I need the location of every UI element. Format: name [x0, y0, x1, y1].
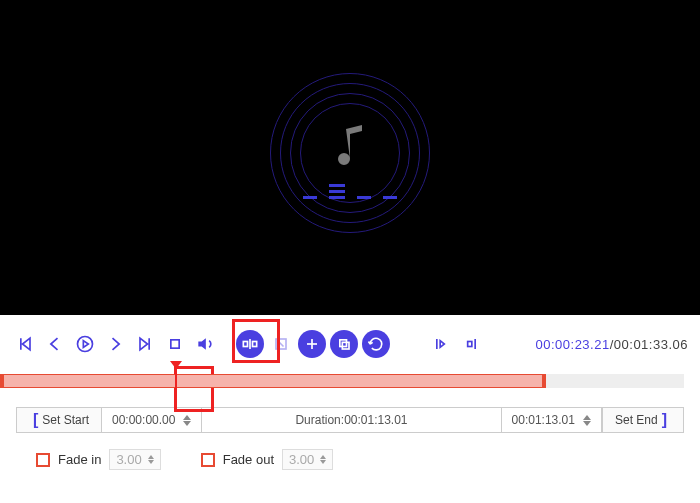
- end-time-field[interactable]: 00:01:13.01: [502, 408, 602, 432]
- copy-segment-button[interactable]: [330, 330, 358, 358]
- duration-field: Duration:00:01:13.01: [202, 408, 501, 432]
- transport-controls: 00:00:23.21/00:01:33.06: [0, 315, 700, 369]
- svg-line-6: [279, 342, 284, 347]
- svg-rect-2: [243, 342, 247, 347]
- start-time-spinner[interactable]: [183, 415, 191, 426]
- goto-start-button[interactable]: [12, 331, 38, 357]
- stop-button[interactable]: [162, 331, 188, 357]
- start-time-field[interactable]: 00:00:00.00: [102, 408, 202, 432]
- fade-out-checkbox[interactable]: [201, 453, 215, 467]
- timeline[interactable]: [0, 369, 700, 393]
- fade-in-value[interactable]: 3.00: [109, 449, 160, 470]
- mark-in-button[interactable]: [428, 331, 454, 357]
- undo-button[interactable]: [362, 330, 390, 358]
- play-button[interactable]: [72, 331, 98, 357]
- split-button[interactable]: [236, 330, 264, 358]
- set-start-label: Set Start: [42, 413, 89, 427]
- set-end-button[interactable]: Set End ]: [602, 408, 683, 432]
- mark-out-button[interactable]: [458, 331, 484, 357]
- fade-out-label: Fade out: [223, 452, 274, 467]
- svg-rect-9: [340, 340, 347, 347]
- svg-rect-4: [253, 342, 257, 347]
- equalizer-icon: [303, 184, 397, 199]
- end-time-spinner[interactable]: [583, 415, 591, 426]
- music-visualizer: [270, 73, 430, 233]
- svg-rect-11: [468, 342, 472, 347]
- add-segment-button[interactable]: [298, 330, 326, 358]
- set-start-button[interactable]: [ Set Start: [17, 408, 102, 432]
- preview-panel: [0, 0, 700, 315]
- next-button[interactable]: [102, 331, 128, 357]
- fade-options: Fade in 3.00 Fade out 3.00: [0, 433, 700, 486]
- svg-rect-1: [171, 340, 179, 348]
- timeline-selection[interactable]: [0, 374, 546, 388]
- set-end-label: Set End: [615, 413, 658, 427]
- svg-point-0: [78, 337, 93, 352]
- fade-out-value[interactable]: 3.00: [282, 449, 333, 470]
- segment-bar: [ Set Start 00:00:00.00 Duration:00:01:1…: [16, 407, 684, 433]
- volume-button[interactable]: [192, 331, 218, 357]
- playhead[interactable]: [175, 367, 177, 391]
- time-readout: 00:00:23.21/00:01:33.06: [536, 337, 689, 352]
- delete-segment-button[interactable]: [268, 331, 294, 357]
- fade-in-checkbox[interactable]: [36, 453, 50, 467]
- total-time: 00:01:33.06: [614, 337, 688, 352]
- prev-button[interactable]: [42, 331, 68, 357]
- goto-end-button[interactable]: [132, 331, 158, 357]
- current-time: 00:00:23.21: [536, 337, 610, 352]
- fade-in-label: Fade in: [58, 452, 101, 467]
